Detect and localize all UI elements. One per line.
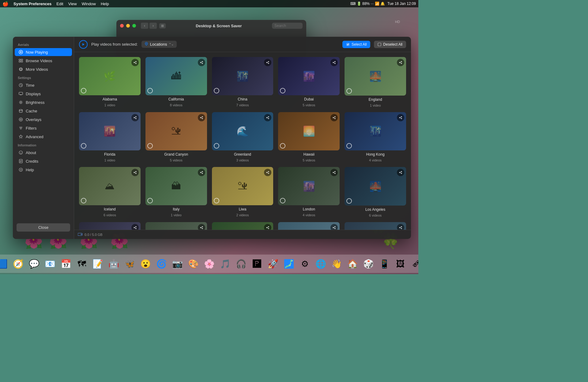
dock-facetime[interactable]: 😮 [138, 256, 153, 271]
dock-picture[interactable]: 🖼 [393, 256, 408, 271]
minimize-traffic-light[interactable] [126, 24, 130, 28]
video-select-circle[interactable] [214, 198, 219, 203]
sidebar-item-overlays[interactable]: Overlays [15, 115, 72, 123]
video-select-circle[interactable] [147, 143, 153, 149]
dock-ps[interactable]: 🅿 [250, 256, 264, 271]
video-select-circle[interactable] [346, 198, 352, 204]
dock-hand[interactable]: 👋 [329, 256, 344, 271]
video-item-florida[interactable]: 🌇 Florida 1 video [79, 112, 141, 162]
dock-iphone[interactable]: 📱 [377, 256, 392, 271]
video-select-circle[interactable] [214, 143, 219, 149]
dock-launchpad[interactable]: 🟦 [0, 256, 9, 271]
dock-xcode[interactable]: 🗾 [281, 256, 296, 271]
dock-notes[interactable]: 📝 [90, 256, 105, 271]
video-item-dubai[interactable]: 🌆 Dubai 5 videos [278, 57, 340, 107]
video-share-button[interactable] [198, 224, 205, 230]
video-item-italy[interactable]: 🏔 Italy 1 video [145, 167, 207, 217]
app-menu-item[interactable]: System Preferences [13, 2, 51, 6]
sidebar-item-browse-videos[interactable]: Browse Videos [15, 57, 72, 65]
video-share-button[interactable] [397, 59, 404, 66]
dock-maps[interactable]: 🗺 [74, 256, 89, 271]
video-item-alabama[interactable]: 🌿 Alabama 1 video [79, 57, 141, 107]
dock-art[interactable]: 🎨 [186, 256, 201, 271]
video-share-button[interactable] [397, 224, 404, 230]
video-item-hawaii[interactable]: 🌅 Hawaii 5 videos [278, 112, 340, 162]
close-button[interactable]: Close [17, 223, 70, 232]
dock-app1[interactable]: 🌀 [154, 256, 169, 271]
sidebar-item-about[interactable]: i About [15, 149, 72, 157]
video-share-button[interactable] [397, 169, 404, 176]
video-item-california[interactable]: 🏙 California 8 videos [145, 57, 207, 107]
sidebar-item-credits[interactable]: Credits [15, 157, 72, 165]
video-share-button[interactable] [198, 169, 205, 176]
sidebar-item-filters[interactable]: Filters [15, 124, 72, 132]
dock-messages[interactable]: 💬 [27, 256, 41, 271]
locations-dropdown[interactable]: Locations ⌃⌄ [141, 41, 177, 48]
dock-mail[interactable]: 📧 [43, 256, 57, 271]
sidebar-item-time[interactable]: Time [15, 81, 72, 89]
dock-appstore[interactable]: 🚀 [266, 256, 280, 271]
video-item-nevada[interactable]: 🌃 Nevada 3 videos [79, 222, 141, 230]
video-item-iceland[interactable]: ⛰ Iceland 6 videos [79, 167, 141, 217]
deselect-all-button[interactable]: Deselect All [374, 41, 406, 48]
video-item-london[interactable]: 🌆 London 4 videos [278, 167, 340, 217]
video-item-new-york[interactable]: 🏙 New York 5 videos [145, 222, 207, 230]
maximize-traffic-light[interactable] [132, 24, 136, 28]
video-item-san-francisco[interactable]: 🌁 San Francisco 8 videos [345, 222, 406, 230]
video-item-oregon[interactable]: 🏔 Oregon 4 videos [212, 222, 273, 230]
video-share-button[interactable] [264, 114, 271, 121]
video-share-button[interactable] [198, 59, 205, 66]
video-item-greenland[interactable]: 🌊 Greenland 3 videos [212, 112, 273, 162]
close-traffic-light[interactable] [120, 24, 124, 28]
dock-photos[interactable]: 🌸 [202, 256, 217, 271]
video-share-button[interactable] [330, 59, 338, 66]
help-menu[interactable]: Help [101, 2, 109, 6]
grid-view-button[interactable]: ⊞ [159, 23, 166, 28]
sidebar-item-more-videos[interactable]: More Videos [15, 65, 72, 73]
video-share-button[interactable] [131, 169, 139, 176]
dock-siri[interactable]: 🤖 [106, 256, 121, 271]
video-share-button[interactable] [131, 114, 139, 121]
dock-tes[interactable]: 🦋 [122, 256, 137, 271]
sidebar-item-displays[interactable]: Displays [15, 90, 72, 98]
video-item-liwa[interactable]: 🏜 Liwa 2 videos [212, 167, 273, 217]
video-item-los-angeles[interactable]: 🌉 Los Angeles 6 videos [345, 167, 406, 217]
dock-home[interactable]: 🏠 [345, 256, 360, 271]
window-menu[interactable]: Window [82, 2, 96, 6]
forward-button[interactable]: › [149, 23, 157, 29]
dock-music[interactable]: 🎵 [218, 256, 232, 271]
sidebar-item-now-playing[interactable]: Now Playing [15, 48, 72, 56]
video-share-button[interactable] [131, 59, 139, 66]
video-share-button[interactable] [330, 114, 338, 121]
window-search-input[interactable] [272, 23, 303, 29]
dock-chrome[interactable]: 🌐 [313, 256, 328, 271]
video-select-circle[interactable] [346, 88, 352, 94]
dock-news[interactable]: 🗞 [409, 256, 418, 271]
video-item-england[interactable]: 🌉 England 1 video [345, 57, 406, 107]
apple-menu[interactable]: 🍎 [2, 1, 9, 7]
video-share-button[interactable] [198, 114, 205, 121]
dock-safari[interactable]: 🧭 [11, 256, 25, 271]
video-select-circle[interactable] [214, 88, 219, 93]
video-share-button[interactable] [397, 114, 404, 121]
dock-spotify[interactable]: 🎧 [234, 256, 248, 271]
video-select-circle[interactable] [81, 143, 86, 149]
video-item-patagonia[interactable]: ⛰ Patagonia 6 videos [278, 222, 340, 230]
sidebar-item-advanced[interactable]: Advanced [15, 133, 72, 141]
video-share-button[interactable] [330, 169, 338, 176]
video-share-button[interactable] [131, 224, 139, 230]
sidebar-item-brightness[interactable]: Brightness [15, 98, 72, 106]
sidebar-item-help[interactable]: ? Help [15, 166, 72, 174]
video-item-china[interactable]: 🌃 China 7 videos [212, 57, 273, 107]
dock-calendar[interactable]: 📅 [58, 256, 73, 271]
video-item-grand-canyon[interactable]: 🏜 Grand Canyon 5 videos [145, 112, 207, 162]
dock-sysprefs[interactable]: ⚙ [297, 256, 312, 271]
select-all-button[interactable]: Select All [342, 41, 370, 48]
edit-menu[interactable]: Edit [56, 2, 63, 6]
back-button[interactable]: ‹ [141, 23, 148, 29]
dock-game[interactable]: 🎲 [361, 256, 376, 271]
video-item-hong-kong[interactable]: 🌃 Hong Kong 4 videos [345, 112, 406, 162]
sidebar-item-cache[interactable]: Cache [15, 107, 72, 115]
dock-photos-app[interactable]: 📷 [170, 256, 185, 271]
view-menu[interactable]: View [68, 2, 77, 6]
